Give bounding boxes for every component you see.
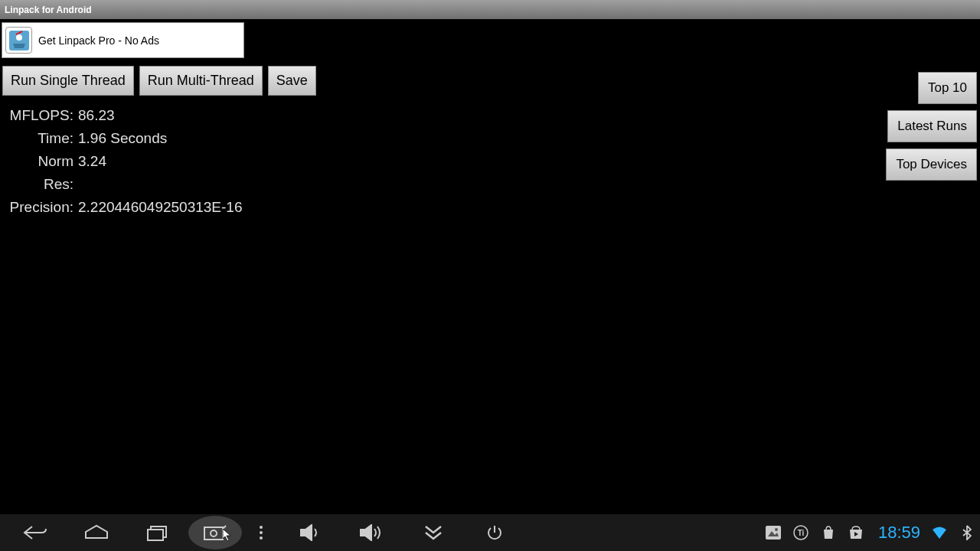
back-icon[interactable] <box>5 514 66 551</box>
screenshot-icon[interactable] <box>188 516 242 549</box>
svg-point-7 <box>260 536 263 540</box>
home-icon[interactable] <box>66 514 127 551</box>
volume-down-icon[interactable] <box>280 514 341 551</box>
recent-apps-icon[interactable] <box>127 514 188 551</box>
svg-rect-8 <box>766 526 781 540</box>
run-multi-thread-button[interactable]: Run Multi-Thread <box>139 66 263 96</box>
svg-rect-3 <box>204 527 223 540</box>
mflops-label: MFLOPS: <box>8 104 74 127</box>
svg-point-1 <box>16 34 22 41</box>
precision-label: Precision: <box>8 196 74 219</box>
nav-left <box>5 514 525 551</box>
app-title-bar: Linpack for Android <box>0 0 980 19</box>
ad-text: Get Linpack Pro - No Ads <box>38 34 159 47</box>
svg-point-4 <box>211 530 217 536</box>
volume-up-icon[interactable] <box>341 514 403 551</box>
result-row-time: Time: 1.96 Seconds <box>8 127 242 150</box>
save-button[interactable]: Save <box>268 66 316 96</box>
menu-icon[interactable] <box>242 514 280 551</box>
run-single-thread-button[interactable]: Run Single Thread <box>2 66 134 96</box>
normres-value: 3.24 <box>78 150 106 196</box>
collapse-icon[interactable] <box>403 514 464 551</box>
svg-point-6 <box>260 531 263 534</box>
time-label: Time: <box>8 127 74 150</box>
app-notification-icon: Ti <box>792 524 809 541</box>
result-row-normres: Norm Res: 3.24 <box>8 150 242 196</box>
svg-text:Ti: Ti <box>798 529 805 537</box>
mflops-value: 86.23 <box>78 104 115 127</box>
app-title: Linpack for Android <box>5 5 92 15</box>
status-bar[interactable]: Ti 18:59 <box>765 523 975 543</box>
clock-text: 18:59 <box>878 523 920 543</box>
ad-banner[interactable]: Get Linpack Pro - No Ads <box>2 22 244 58</box>
bluetooth-icon <box>959 524 975 541</box>
result-row-precision: Precision: 2.220446049250313E-16 <box>8 196 242 219</box>
android-nav-bar: Ti 18:59 <box>0 514 980 551</box>
normres-label: Norm Res: <box>8 150 74 196</box>
result-row-mflops: MFLOPS: 86.23 <box>8 104 242 127</box>
linpack-pro-icon <box>5 27 32 54</box>
latest-runs-button[interactable]: Latest Runs <box>887 110 977 142</box>
top-10-button[interactable]: Top 10 <box>918 72 977 104</box>
svg-point-9 <box>775 528 778 531</box>
svg-rect-2 <box>148 530 163 540</box>
time-value: 1.96 Seconds <box>78 127 167 150</box>
main-button-row: Run Single Thread Run Multi-Thread Save <box>2 66 316 96</box>
right-button-column: Top 10 Latest Runs Top Devices <box>886 72 977 181</box>
top-devices-button[interactable]: Top Devices <box>886 148 977 181</box>
shopping-bag-icon <box>820 524 837 541</box>
svg-point-5 <box>260 526 263 529</box>
results-panel: MFLOPS: 86.23 Time: 1.96 Seconds Norm Re… <box>8 104 242 219</box>
precision-value: 2.220446049250313E-16 <box>78 196 242 219</box>
play-store-icon <box>848 524 864 541</box>
power-icon[interactable] <box>464 514 525 551</box>
gallery-notification-icon <box>765 524 782 541</box>
wifi-icon <box>931 524 948 541</box>
